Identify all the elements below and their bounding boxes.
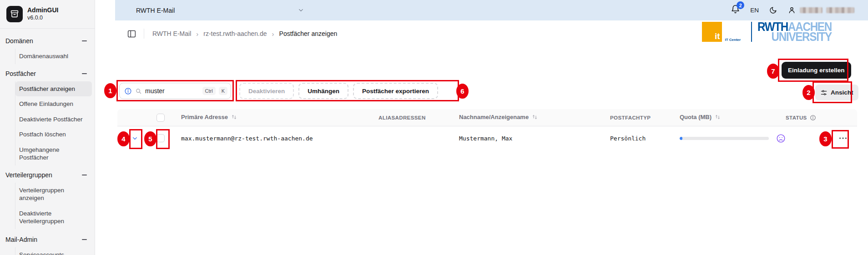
row-primary-address: max.mustermann@rz-test.rwth-aachen.de — [181, 135, 313, 142]
collapse-icon[interactable] — [82, 40, 87, 41]
user-icon — [787, 6, 796, 15]
section-label: Postfächer — [5, 70, 36, 77]
it-center-logo-caption: IT Center — [725, 38, 741, 42]
column-header-primary-address: Primäre Adresse — [181, 114, 228, 120]
app-name: AdminGUI — [27, 6, 58, 15]
select-all-checkbox[interactable] — [156, 114, 165, 122]
sidebar-group: Domänenauswahl — [15, 49, 92, 64]
it-center-logo: it IT Center — [702, 22, 746, 42]
column-header-alias-addresses: ALIASADRESSEN — [378, 115, 426, 120]
sidebar-item-deaktivierte-postfaecher[interactable]: Deaktivierte Postfächer — [15, 112, 92, 127]
dark-mode-toggle-icon[interactable] — [769, 6, 777, 15]
info-icon[interactable] — [810, 115, 816, 121]
sidebar-section-mail-admin[interactable]: Mail-Admin — [0, 232, 95, 247]
annotation-box-view — [812, 81, 852, 103]
status-sad-face-icon — [776, 133, 786, 144]
sidebar-item-domaenenauswahl[interactable]: Domänenauswahl — [15, 49, 92, 64]
collapse-icon[interactable] — [82, 239, 87, 240]
sort-icon[interactable] — [531, 114, 538, 120]
annotation-box-expand-chevron — [129, 129, 142, 149]
it-center-logo-square: it — [702, 22, 722, 42]
sidebar-item-umgehangene-postfaecher[interactable]: Umgehangene Postfächer — [15, 142, 92, 165]
sidebar-item-postfaecher-anzeigen[interactable]: Postfächer anzeigen — [15, 81, 92, 97]
annotation-marker-6: 6 — [456, 84, 469, 99]
user-name-redacted — [800, 7, 823, 13]
annotation-marker-1: 1 — [104, 83, 116, 98]
annotation-marker-5: 5 — [144, 131, 156, 146]
section-label: Verteilergruppen — [5, 171, 52, 179]
app-logo-icon — [6, 6, 23, 22]
table-header: Primäre Adresse ALIASADRESSEN Nachname/A… — [117, 109, 857, 126]
quota-bar-fill — [680, 137, 682, 140]
sidebar-item-offene-einladungen[interactable]: Offene Einladungen — [15, 96, 92, 112]
sidebar-section-postfaecher[interactable]: Postfächer — [0, 66, 95, 81]
sidebar-item-verteilergruppen-anzeigen[interactable]: Verteilergruppen anzeigen — [15, 183, 92, 206]
annotation-marker-2: 2 — [802, 85, 815, 100]
sidebar-item-serviceaccounts[interactable]: Serviceaccounts — [15, 247, 92, 255]
breadcrumb-separator: › — [196, 30, 198, 38]
annotation-box-more-actions — [832, 130, 849, 149]
column-header-mailbox-type: POSTFACHTYP — [610, 115, 651, 120]
chevron-down-icon — [298, 7, 304, 14]
user-name-redacted — [826, 7, 854, 13]
topbar: RWTH E-Mail 2 EN — [95, 0, 868, 20]
divider — [144, 29, 144, 39]
rwth-aachen-logo: RWTHAACHEN UNIVERSITY — [757, 22, 832, 42]
mailbox-system-select-value: RWTH E-Mail — [136, 7, 175, 14]
annotation-box-search — [116, 80, 234, 101]
notifications-button[interactable]: 2 — [731, 5, 740, 16]
annotation-box-bulk-actions — [236, 80, 459, 101]
annotation-box-create-invitation — [778, 59, 848, 82]
sidebar: AdminGUI v6.0.0 Domänen Domänenauswahl P… — [0, 0, 95, 255]
user-menu[interactable] — [787, 6, 854, 15]
sidebar-nav: Domänen Domänenauswahl Postfächer Postfä… — [0, 29, 95, 255]
section-label: Mail-Admin — [5, 236, 37, 243]
annotation-box-row-checkbox — [156, 129, 170, 149]
language-switcher[interactable]: EN — [750, 7, 759, 14]
quota-bar — [680, 137, 769, 140]
annotation-marker-3: 3 — [819, 131, 832, 146]
sort-icon[interactable] — [231, 114, 237, 120]
topbar-actions: 2 EN — [731, 5, 868, 16]
logos: it IT Center RWTHAACHEN UNIVERSITY — [702, 22, 840, 42]
sort-icon[interactable] — [714, 114, 721, 120]
sidebar-group: Verteilergruppen anzeigen Deaktivierte V… — [15, 183, 92, 229]
notification-count-badge: 2 — [737, 1, 744, 9]
annotation-marker-7: 7 — [767, 64, 779, 79]
column-header-display-name: Nachname/Anzeigename — [459, 114, 529, 120]
app-brand: AdminGUI v6.0.0 — [0, 0, 95, 29]
sidebar-section-domaenen[interactable]: Domänen — [0, 33, 95, 49]
sidebar-group: Serviceaccounts Quota-Übersicht — [15, 247, 92, 255]
row-display-name: Mustermann, Max — [459, 135, 512, 142]
breadcrumb-separator: › — [272, 30, 274, 38]
column-header-quota: Quota (MB) — [680, 114, 712, 120]
it-center-logo-text: it — [715, 31, 720, 41]
topbar-background: RWTH E-Mail 2 EN — [115, 0, 868, 20]
sidebar-item-postfach-loeschen[interactable]: Postfach löschen — [15, 127, 92, 142]
collapse-icon[interactable] — [82, 175, 87, 175]
sidebar-item-deaktivierte-verteilergruppen[interactable]: Deaktivierte Verteilergruppen — [15, 206, 92, 229]
annotation-marker-4: 4 — [117, 131, 130, 146]
mailbox-system-select[interactable]: RWTH E-Mail — [115, 7, 311, 14]
logo-divider — [751, 22, 752, 42]
app-version: v6.0.0 — [27, 15, 58, 22]
section-label: Domänen — [5, 37, 33, 45]
app-title-block: AdminGUI v6.0.0 — [27, 6, 58, 21]
column-header-status: STATUS — [786, 115, 807, 120]
collapse-icon[interactable] — [82, 73, 87, 74]
admin-gui-page: AdminGUI v6.0.0 Domänen Domänenauswahl P… — [0, 0, 868, 255]
sidebar-toggle-icon[interactable] — [127, 29, 136, 39]
breadcrumb-current: Postfächer anzeigen — [279, 30, 338, 37]
breadcrumb-domain[interactable]: rz-test.rwth-aachen.de — [203, 30, 267, 37]
table-row: max.mustermann@rz-test.rwth-aachen.de Mu… — [117, 126, 857, 150]
sidebar-group: Postfächer anzeigen Offene Einladungen D… — [15, 81, 92, 165]
breadcrumb-rwth-email[interactable]: RWTH E-Mail — [152, 30, 191, 37]
sidebar-section-verteilergruppen[interactable]: Verteilergruppen — [0, 167, 95, 183]
row-mailbox-type: Persönlich — [610, 135, 646, 142]
main-content: muster Ctrl K Deaktivieren Umhängen Post… — [96, 47, 868, 255]
